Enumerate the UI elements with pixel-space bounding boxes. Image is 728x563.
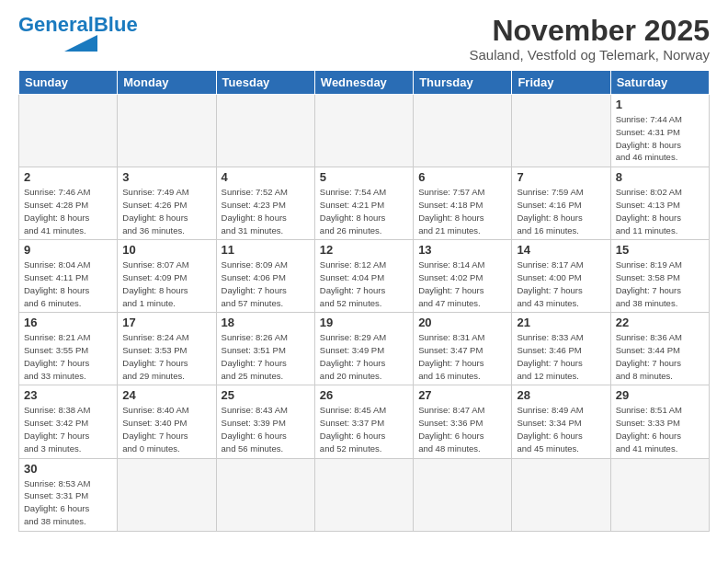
calendar-table: Sunday Monday Tuesday Wednesday Thursday… xyxy=(18,70,710,531)
table-row xyxy=(216,95,314,167)
table-row: 24Sunrise: 8:40 AM Sunset: 3:40 PM Dayli… xyxy=(118,385,216,458)
table-row: 23Sunrise: 8:38 AM Sunset: 3:42 PM Dayli… xyxy=(19,385,118,458)
day-info: Sunrise: 8:45 AM Sunset: 3:37 PM Dayligh… xyxy=(320,404,408,454)
svg-marker-0 xyxy=(64,35,97,52)
day-number: 26 xyxy=(320,388,408,402)
day-info: Sunrise: 7:52 AM Sunset: 4:23 PM Dayligh… xyxy=(222,186,310,236)
table-row: 28Sunrise: 8:49 AM Sunset: 3:34 PM Dayli… xyxy=(512,385,610,458)
table-row: 25Sunrise: 8:43 AM Sunset: 3:39 PM Dayli… xyxy=(216,385,314,458)
day-number: 11 xyxy=(222,243,310,257)
day-number: 21 xyxy=(517,316,605,329)
day-info: Sunrise: 8:47 AM Sunset: 3:36 PM Dayligh… xyxy=(418,404,506,454)
day-info: Sunrise: 8:17 AM Sunset: 4:00 PM Dayligh… xyxy=(517,259,605,309)
day-number: 18 xyxy=(222,316,310,329)
day-info: Sunrise: 7:59 AM Sunset: 4:16 PM Dayligh… xyxy=(517,186,605,236)
day-info: Sunrise: 7:57 AM Sunset: 4:18 PM Dayligh… xyxy=(418,186,506,236)
table-row: 29Sunrise: 8:51 AM Sunset: 3:33 PM Dayli… xyxy=(610,385,709,458)
col-sunday: Sunday xyxy=(19,71,118,95)
table-row: 26Sunrise: 8:45 AM Sunset: 3:37 PM Dayli… xyxy=(314,385,413,458)
table-row: 12Sunrise: 8:12 AM Sunset: 4:04 PM Dayli… xyxy=(314,240,413,313)
table-row: 19Sunrise: 8:29 AM Sunset: 3:49 PM Dayli… xyxy=(314,313,413,385)
day-number: 14 xyxy=(517,243,605,257)
day-number: 13 xyxy=(418,243,506,257)
day-number: 12 xyxy=(320,243,408,257)
table-row xyxy=(512,458,610,531)
day-info: Sunrise: 8:51 AM Sunset: 3:33 PM Dayligh… xyxy=(616,404,704,454)
day-info: Sunrise: 8:29 AM Sunset: 3:49 PM Dayligh… xyxy=(320,331,408,382)
day-number: 22 xyxy=(616,316,704,329)
col-monday: Monday xyxy=(118,71,216,95)
table-row: 22Sunrise: 8:36 AM Sunset: 3:44 PM Dayli… xyxy=(610,313,709,385)
day-number: 6 xyxy=(418,170,506,184)
day-info: Sunrise: 8:53 AM Sunset: 3:31 PM Dayligh… xyxy=(24,477,112,528)
table-row xyxy=(118,95,216,167)
table-row xyxy=(414,95,512,167)
day-number: 28 xyxy=(517,388,605,402)
table-row xyxy=(19,95,118,167)
day-number: 23 xyxy=(24,388,112,402)
table-row xyxy=(314,458,413,531)
table-row: 30Sunrise: 8:53 AM Sunset: 3:31 PM Dayli… xyxy=(19,458,118,531)
table-row: 15Sunrise: 8:19 AM Sunset: 3:58 PM Dayli… xyxy=(610,240,709,313)
table-row: 16Sunrise: 8:21 AM Sunset: 3:55 PM Dayli… xyxy=(19,313,118,385)
table-row xyxy=(216,458,314,531)
table-row xyxy=(610,458,709,531)
day-info: Sunrise: 7:44 AM Sunset: 4:31 PM Dayligh… xyxy=(616,113,704,164)
day-number: 5 xyxy=(320,170,408,184)
title-block: November 2025 Sauland, Vestfold og Telem… xyxy=(469,15,710,63)
col-friday: Friday xyxy=(512,71,610,95)
calendar-header-row: Sunday Monday Tuesday Wednesday Thursday… xyxy=(19,71,710,95)
day-info: Sunrise: 8:36 AM Sunset: 3:44 PM Dayligh… xyxy=(616,331,704,382)
day-info: Sunrise: 8:40 AM Sunset: 3:40 PM Dayligh… xyxy=(122,404,210,454)
table-row: 4Sunrise: 7:52 AM Sunset: 4:23 PM Daylig… xyxy=(216,167,314,240)
day-number: 19 xyxy=(320,316,408,329)
page: GeneralBlue November 2025 Sauland, Vestf… xyxy=(0,0,728,541)
logo-general: General xyxy=(18,13,94,36)
day-number: 7 xyxy=(517,170,605,184)
day-number: 17 xyxy=(122,316,210,329)
table-row: 20Sunrise: 8:31 AM Sunset: 3:47 PM Dayli… xyxy=(414,313,512,385)
day-info: Sunrise: 8:19 AM Sunset: 3:58 PM Dayligh… xyxy=(616,259,704,309)
day-info: Sunrise: 8:02 AM Sunset: 4:13 PM Dayligh… xyxy=(616,186,704,236)
table-row xyxy=(314,95,413,167)
table-row: 21Sunrise: 8:33 AM Sunset: 3:46 PM Dayli… xyxy=(512,313,610,385)
table-row: 8Sunrise: 8:02 AM Sunset: 4:13 PM Daylig… xyxy=(610,167,709,240)
table-row: 14Sunrise: 8:17 AM Sunset: 4:00 PM Dayli… xyxy=(512,240,610,313)
day-info: Sunrise: 8:43 AM Sunset: 3:39 PM Dayligh… xyxy=(222,404,310,454)
calendar-subtitle: Sauland, Vestfold og Telemark, Norway xyxy=(469,47,710,63)
day-number: 8 xyxy=(616,170,704,184)
day-number: 9 xyxy=(24,243,112,257)
col-saturday: Saturday xyxy=(610,71,709,95)
day-info: Sunrise: 8:21 AM Sunset: 3:55 PM Dayligh… xyxy=(24,331,112,382)
table-row: 10Sunrise: 8:07 AM Sunset: 4:09 PM Dayli… xyxy=(118,240,216,313)
day-number: 16 xyxy=(24,316,112,329)
day-number: 3 xyxy=(122,170,210,184)
logo-blue: Blue xyxy=(94,13,138,36)
col-tuesday: Tuesday xyxy=(216,71,314,95)
table-row: 6Sunrise: 7:57 AM Sunset: 4:18 PM Daylig… xyxy=(414,167,512,240)
table-row: 17Sunrise: 8:24 AM Sunset: 3:53 PM Dayli… xyxy=(118,313,216,385)
table-row: 5Sunrise: 7:54 AM Sunset: 4:21 PM Daylig… xyxy=(314,167,413,240)
table-row: 1Sunrise: 7:44 AM Sunset: 4:31 PM Daylig… xyxy=(610,95,709,167)
logo-text: GeneralBlue xyxy=(18,15,138,35)
day-info: Sunrise: 8:33 AM Sunset: 3:46 PM Dayligh… xyxy=(517,331,605,382)
table-row: 27Sunrise: 8:47 AM Sunset: 3:36 PM Dayli… xyxy=(414,385,512,458)
table-row xyxy=(512,95,610,167)
day-number: 24 xyxy=(122,388,210,402)
logo: GeneralBlue xyxy=(18,15,138,52)
day-info: Sunrise: 8:09 AM Sunset: 4:06 PM Dayligh… xyxy=(222,259,310,309)
table-row: 2Sunrise: 7:46 AM Sunset: 4:28 PM Daylig… xyxy=(19,167,118,240)
day-info: Sunrise: 8:38 AM Sunset: 3:42 PM Dayligh… xyxy=(24,404,112,454)
table-row: 13Sunrise: 8:14 AM Sunset: 4:02 PM Dayli… xyxy=(414,240,512,313)
day-info: Sunrise: 8:26 AM Sunset: 3:51 PM Dayligh… xyxy=(222,331,310,382)
day-info: Sunrise: 7:46 AM Sunset: 4:28 PM Dayligh… xyxy=(24,186,112,236)
day-number: 27 xyxy=(418,388,506,402)
day-info: Sunrise: 8:07 AM Sunset: 4:09 PM Dayligh… xyxy=(122,259,210,309)
col-wednesday: Wednesday xyxy=(314,71,413,95)
day-info: Sunrise: 8:14 AM Sunset: 4:02 PM Dayligh… xyxy=(418,259,506,309)
day-number: 15 xyxy=(616,243,704,257)
col-thursday: Thursday xyxy=(414,71,512,95)
table-row: 11Sunrise: 8:09 AM Sunset: 4:06 PM Dayli… xyxy=(216,240,314,313)
day-number: 4 xyxy=(222,170,310,184)
day-info: Sunrise: 7:54 AM Sunset: 4:21 PM Dayligh… xyxy=(320,186,408,236)
